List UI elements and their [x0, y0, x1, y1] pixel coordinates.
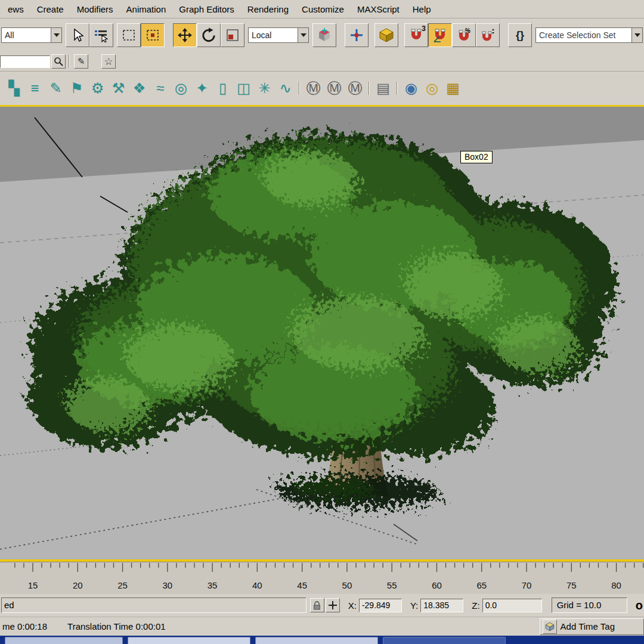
taskbar-window-button[interactable] [255, 637, 378, 644]
material-swirl-icon[interactable]: Ⓜ [345, 76, 366, 101]
add-time-tag[interactable]: Add Time Tag [561, 621, 615, 631]
frame-label: 60 [432, 580, 442, 590]
ring-icon[interactable]: ◎ [422, 76, 442, 101]
menu-item-graph-editors[interactable]: Graph Editors [172, 2, 241, 17]
menu-item-customize[interactable]: Customize [295, 2, 351, 17]
frame-label: 40 [252, 580, 262, 590]
snap-3d-superscript: 3 [422, 24, 426, 33]
selection-lock-button[interactable] [310, 598, 324, 612]
frame-label: 45 [297, 580, 307, 590]
frame-label: 25 [117, 580, 128, 590]
percent-snap-toggle-button[interactable]: % [452, 23, 476, 47]
reference-coordinate-value: Local [249, 30, 298, 40]
chevron-down-icon[interactable] [51, 28, 61, 42]
toolbar-separator [397, 82, 398, 95]
snaps-toggle-cube-button[interactable] [374, 23, 398, 47]
figure-icon[interactable]: ✦ [191, 76, 212, 101]
film-icon[interactable]: ▦ [442, 76, 463, 101]
create-selection-set-dropdown[interactable]: Create Selection Set [535, 27, 643, 43]
frame-label: 50 [342, 580, 352, 590]
rings-icon[interactable]: ◎ [171, 76, 191, 101]
taskbar-window-button[interactable] [383, 637, 506, 644]
star-icon: ☆ [104, 55, 113, 68]
spring-icon[interactable]: ≡ [24, 76, 45, 101]
percent-snap-magnet-icon: % [457, 28, 471, 42]
select-by-name-icon [94, 28, 109, 42]
chevron-down-icon[interactable] [298, 28, 308, 42]
timeline-ruler[interactable]: 1520253035404550556065707580 [0, 562, 644, 594]
spinner-snap-toggle-button[interactable] [476, 23, 500, 47]
gear-icon[interactable]: ⚙ [87, 76, 108, 101]
pivot-center-icon [317, 27, 332, 43]
manipulate-icon [349, 27, 364, 43]
select-and-rotate-button[interactable] [197, 23, 221, 47]
favorites-button[interactable]: ☆ [101, 54, 116, 69]
time-tag-panel: Add Time Tag [540, 618, 644, 635]
select-and-scale-button[interactable] [221, 23, 244, 47]
z-coordinate-field[interactable] [482, 599, 542, 612]
menu-item-rendering[interactable]: Rendering [241, 2, 295, 17]
use-pivot-point-center-button[interactable] [312, 23, 336, 47]
status-bar: ed X: Y: Z: Grid = 10.0 o [0, 594, 644, 617]
rotate-icon [201, 27, 216, 43]
rigid-body-collection-icon[interactable]: ▚ [4, 76, 24, 101]
pencil-icon[interactable]: ✎ [45, 76, 66, 101]
door-icon[interactable]: ▯ [212, 76, 233, 101]
angle-snap-toggle-button[interactable] [428, 23, 452, 47]
frame-label: 30 [162, 580, 172, 590]
absolute-offset-toggle[interactable] [326, 598, 340, 612]
snap-3d-toggle-button[interactable]: 3 [404, 23, 428, 47]
select-and-manipulate-button[interactable] [345, 23, 369, 47]
viewport[interactable]: Box02 [0, 105, 644, 562]
hammer-icon[interactable]: ⚒ [108, 76, 129, 101]
scale-icon [225, 28, 240, 42]
menu-item-help[interactable]: Help [406, 2, 438, 17]
tree-base-shadow [275, 475, 440, 507]
menu-item-maxscript[interactable]: MAXScript [351, 2, 406, 17]
taskbar-window-button[interactable] [128, 637, 250, 644]
prompt-line: ed [1, 597, 306, 613]
menu-item-ews[interactable]: ews [1, 2, 30, 17]
menu-item-animation[interactable]: Animation [120, 2, 173, 17]
y-coordinate-field[interactable] [420, 599, 463, 612]
menu-item-create[interactable]: Create [30, 2, 70, 17]
viewport-scene [0, 107, 644, 559]
menu-item-modifiers[interactable]: Modifiers [70, 2, 120, 17]
reference-coordinate-dropdown[interactable]: Local [248, 27, 309, 43]
window-crossing-toggle[interactable] [141, 23, 165, 47]
x-label: X: [348, 600, 357, 611]
search-button[interactable] [51, 54, 66, 69]
taskbar-window-button[interactable] [5, 637, 123, 644]
material-ball-icon[interactable]: Ⓜ [324, 76, 345, 101]
wheel-icon[interactable]: ✳ [254, 76, 275, 101]
select-cursor-icon [70, 28, 85, 42]
z-label: Z: [472, 600, 479, 611]
x-coordinate-field[interactable] [359, 599, 402, 612]
search-input[interactable] [0, 55, 50, 68]
rect-selection-region-button[interactable] [117, 23, 141, 47]
search-sphere-icon[interactable]: ◉ [401, 76, 422, 101]
translation-time-text: Translation Time 0:00:01 [67, 621, 166, 631]
select-by-name-button[interactable] [89, 23, 113, 47]
time-tag-button[interactable] [543, 620, 557, 634]
frame-label: 75 [566, 580, 577, 590]
grid-setting: Grid = 10.0 [552, 597, 627, 613]
flag-icon[interactable]: ⚑ [66, 76, 87, 101]
windows-taskbar [0, 636, 644, 644]
material-map-icon[interactable]: Ⓜ [303, 76, 324, 101]
chevron-down-icon[interactable] [631, 28, 642, 42]
edit-named-selection-sets-button[interactable]: {} [508, 23, 532, 47]
rope-icon[interactable]: ∿ [275, 76, 296, 101]
frame-label: 20 [73, 580, 83, 590]
window-icon[interactable]: ◫ [233, 76, 254, 101]
select-object-button[interactable] [66, 23, 89, 47]
pencil-button[interactable]: ✎ [74, 54, 88, 69]
water-icon[interactable]: ≈ [150, 76, 171, 101]
selection-filter-dropdown[interactable]: All [1, 27, 62, 43]
select-and-move-button[interactable] [173, 23, 197, 47]
fan-icon[interactable]: ❖ [129, 76, 150, 101]
clipboard-icon[interactable]: ▤ [373, 76, 394, 101]
named-selection-sets-icon: {} [516, 29, 524, 42]
frame-label: 70 [522, 580, 532, 590]
tree-foliage [27, 134, 617, 459]
